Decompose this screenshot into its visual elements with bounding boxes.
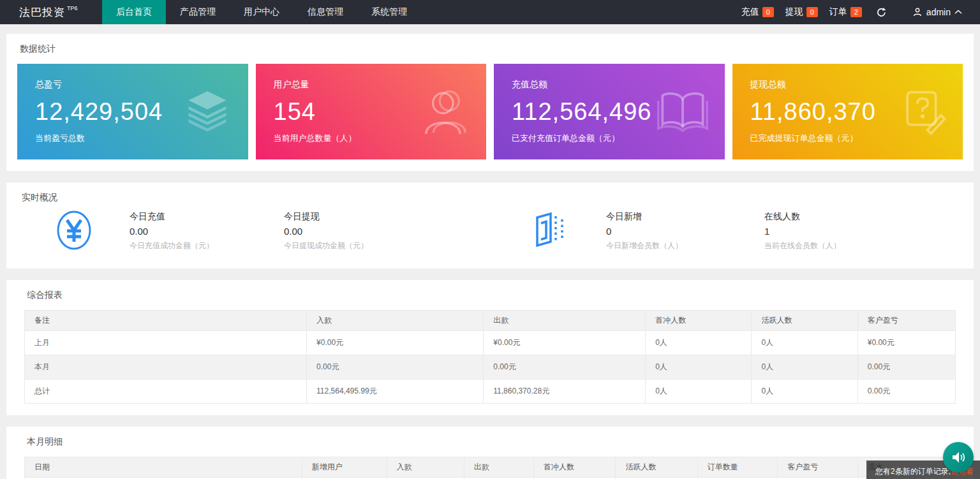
nav-item-products[interactable]: 产品管理 (166, 0, 230, 24)
nav-item-home[interactable]: 后台首页 (102, 0, 166, 24)
open-door-icon (530, 211, 567, 248)
top-navbar: 法巴投资 TP6 后台首页 产品管理 用户中心 信息管理 系统管理 充值 0 提… (0, 0, 980, 24)
table-cell: 0.00元 (307, 355, 484, 380)
stat-desc: 今日充值成功金额（元） (130, 240, 214, 251)
withdraw-count-badge: 0 (806, 7, 818, 17)
table-cell: 0.00元 (484, 355, 646, 380)
today-withdraw-stat: 今日提现 0.00 今日提现成功金额（元） (284, 211, 368, 251)
toast-message: 您有2条新的订单记录, (875, 467, 951, 476)
table-cell: 总计 (25, 380, 307, 404)
speaker-icon (950, 449, 967, 466)
stat-value: 0.00 (284, 226, 368, 237)
summary-report-table: 备注 入款 出款 首冲人数 活跃人数 客户盈亏 上月 ¥0.00元 ¥0.00元… (24, 310, 956, 404)
table-cell: ¥0.00元 (307, 331, 484, 355)
panel-title: 本月明细 (24, 436, 956, 448)
quick-label: 订单 (829, 6, 847, 18)
stat-label: 今日充值 (130, 211, 214, 223)
orders-quick-link[interactable]: 订单 2 (829, 6, 862, 18)
panel-title: 数据统计 (17, 43, 963, 55)
stat-value: 0 (606, 226, 683, 237)
col-header: 出款 (464, 457, 533, 478)
realtime-panel: 实时概况 今日充值 0.00 今日充值成功金额（元） 今日提现 0.00 今日提… (6, 182, 974, 269)
table-cell: 上月 (25, 331, 307, 355)
user-menu[interactable]: admin (896, 0, 969, 24)
col-header: 活跃人数 (752, 311, 858, 331)
table-cell: 0人 (646, 331, 752, 355)
stat-cards: 总盈亏 12,429,504 当前盈亏总数 用户总量 154 当前用户总数量（人… (17, 64, 963, 159)
quick-label: 充值 (741, 6, 759, 18)
sound-notification-button[interactable] (943, 442, 974, 473)
table-cell: 0人 (752, 380, 858, 404)
refresh-icon[interactable] (876, 7, 887, 18)
stat-desc: 今日提现成功金额（元） (284, 240, 368, 251)
nav-item-label: 用户中心 (244, 6, 279, 18)
table-row: 总计 112,564,495.99元 11,860,370.28元 0人 0人 … (25, 380, 956, 404)
total-users-card: 用户总量 154 当前用户总数量（人） (256, 64, 487, 159)
col-header: 出款 (484, 311, 646, 331)
card-desc: 已支付充值订单总金额（元） (512, 133, 707, 144)
total-profit-card: 总盈亏 12,429,504 当前盈亏总数 (17, 64, 248, 159)
col-header: 首冲人数 (646, 311, 752, 331)
table-cell: 0人 (752, 331, 858, 355)
table-cell: ¥0.00元 (858, 331, 955, 355)
col-header: 客户盈亏 (858, 311, 955, 331)
today-recharge-stat: 今日充值 0.00 今日充值成功金额（元） (130, 211, 214, 251)
table-row: 上月 ¥0.00元 ¥0.00元 0人 0人 ¥0.00元 (25, 331, 956, 355)
nav-item-users[interactable]: 用户中心 (230, 0, 293, 24)
col-header: 客户盈亏 (778, 457, 858, 478)
table-cell: 本月 (25, 355, 307, 380)
col-header: 日期 (25, 457, 302, 478)
col-header: 新增用户 (302, 457, 387, 478)
main-menu: 后台首页 产品管理 用户中心 信息管理 系统管理 (102, 0, 421, 24)
online-users-stat: 在线人数 1 当前在线会员数（人） (764, 211, 841, 251)
nav-item-label: 后台首页 (116, 6, 152, 18)
col-header: 首冲人数 (534, 457, 616, 478)
stats-panel: 数据统计 总盈亏 12,429,504 当前盈亏总数 用户总量 154 当前用户… (6, 34, 974, 171)
col-header: 入款 (307, 311, 484, 331)
navbar-right: 充值 0 提现 0 订单 2 admin (741, 0, 980, 24)
stat-value: 0.00 (130, 226, 214, 237)
table-cell: 0人 (646, 380, 752, 404)
panel-title: 综合报表 (24, 290, 956, 301)
table-cell: 112,564,495.99元 (307, 380, 484, 404)
main-content: 数据统计 总盈亏 12,429,504 当前盈亏总数 用户总量 154 当前用户… (0, 24, 980, 479)
nav-item-label: 系统管理 (371, 6, 407, 18)
table-cell: 11,860,370.28元 (484, 380, 646, 404)
stat-label: 在线人数 (764, 211, 841, 223)
app-logo: 法巴投资 TP6 (0, 0, 102, 24)
chevron-up-icon (954, 10, 962, 15)
stat-desc: 今日新增会员数（人） (606, 240, 683, 251)
panel-title: 实时概况 (19, 192, 961, 203)
month-detail-table: 日期 新增用户 入款 出款 首冲人数 活跃人数 订单数量 客户盈亏 流水 202… (24, 457, 956, 479)
nav-item-label: 信息管理 (308, 6, 343, 18)
table-row: 本月 0.00元 0.00元 0人 0人 0.00元 (25, 355, 956, 380)
username-label: admin (926, 7, 951, 17)
stat-label: 今日提现 (284, 211, 368, 223)
stat-label: 今日新增 (606, 211, 683, 223)
table-header-row: 日期 新增用户 入款 出款 首冲人数 活跃人数 订单数量 客户盈亏 流水 (25, 457, 956, 478)
stat-desc: 当前在线会员数（人） (764, 240, 841, 251)
table-header-row: 备注 入款 出款 首冲人数 活跃人数 客户盈亏 (25, 311, 956, 331)
yen-circle-icon (56, 210, 92, 251)
nav-item-system[interactable]: 系统管理 (357, 0, 421, 24)
table-cell: 0人 (752, 355, 858, 380)
user-icon (912, 6, 923, 18)
col-header: 入款 (387, 457, 464, 478)
today-new-users-stat: 今日新增 0 今日新增会员数（人） (606, 211, 683, 251)
nav-item-info[interactable]: 信息管理 (293, 0, 357, 24)
table-cell: 0.00元 (858, 380, 955, 404)
month-detail-panel: 本月明细 日期 新增用户 入款 出款 首冲人数 活跃人数 订单数量 客户盈亏 流… (6, 427, 974, 479)
recharge-count-badge: 0 (762, 7, 774, 17)
withdraw-quick-link[interactable]: 提现 0 (785, 6, 818, 18)
recharge-quick-link[interactable]: 充值 0 (741, 6, 774, 18)
table-cell: ¥0.00元 (484, 331, 646, 355)
col-header: 备注 (25, 311, 307, 331)
quick-label: 提现 (785, 6, 803, 18)
col-header: 订单数量 (697, 457, 777, 478)
summary-report-panel: 综合报表 备注 入款 出款 首冲人数 活跃人数 客户盈亏 上月 ¥0. (6, 280, 974, 415)
col-header: 活跃人数 (616, 457, 697, 478)
nav-item-label: 产品管理 (180, 6, 216, 18)
table-cell: 0人 (646, 355, 752, 380)
open-book-icon (657, 89, 708, 134)
app-title-version: TP6 (67, 5, 78, 11)
